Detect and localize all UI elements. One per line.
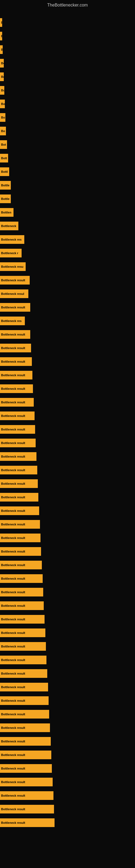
bar: Bottle xyxy=(0,181,11,190)
bar: Bottleneck result xyxy=(0,764,52,773)
bar-row: B xyxy=(0,16,135,29)
bar-label: Bot xyxy=(1,143,6,146)
bar: Bo xyxy=(0,127,6,135)
bar-row: Bottleneck result xyxy=(0,409,135,423)
bar: Bottleneck resul xyxy=(0,289,28,298)
bar-row: Bott xyxy=(0,151,135,165)
bar-label: Bottleneck res xyxy=(1,319,21,322)
bar-row: Bottleneck result xyxy=(0,273,135,287)
bar-label: Bottleneck result xyxy=(1,360,25,363)
bar: Bottleneck result xyxy=(0,723,50,732)
bar: Bottleneck result xyxy=(0,710,49,718)
bar-row: Bottleneck result xyxy=(0,463,135,477)
bar-row: Bottleneck result xyxy=(0,721,135,735)
bar-row: Bo xyxy=(0,111,135,124)
bar-row: Bottleneck result xyxy=(0,423,135,436)
bar: Bottleneck result xyxy=(0,737,51,746)
bar-label: Bottleneck result xyxy=(1,767,25,770)
bar: Bottleneck result xyxy=(0,683,48,691)
bar: Bottlen xyxy=(0,208,13,217)
bar-label: Bottleneck result xyxy=(1,373,25,377)
bar: Bottleneck result xyxy=(0,656,46,664)
bar-row: Bottleneck result xyxy=(0,382,135,396)
bar: Bottleneck result xyxy=(0,425,35,434)
bar-label: Bottleneck result xyxy=(1,631,25,634)
bar-label: Bottleneck result xyxy=(1,401,25,404)
bar-row: Bot xyxy=(0,138,135,151)
bar-row: Bo xyxy=(0,70,135,84)
bar-label: Bottleneck result xyxy=(1,726,25,730)
bar-row: Bottleneck result xyxy=(0,490,135,504)
bar-row: Bottleneck result xyxy=(0,450,135,463)
bar-row: Bottleneck result xyxy=(0,816,135,830)
bar: Bottleneck resu xyxy=(0,262,26,271)
bar: Bottleneck result xyxy=(0,452,37,461)
bar-label: Bottleneck result xyxy=(1,699,25,702)
bar-row: Bo xyxy=(0,124,135,138)
bar: Bottleneck result xyxy=(0,547,41,556)
bar-label: Bottleneck result xyxy=(1,821,25,824)
bar-row: Bottleneck result xyxy=(0,396,135,409)
bar: Bottleneck result xyxy=(0,601,44,610)
bar-row: Bottleneck result xyxy=(0,531,135,545)
bar: Bottleneck result xyxy=(0,479,38,488)
bar-row: Bottleneck result xyxy=(0,775,135,789)
bar: Bottleneck result xyxy=(0,520,40,529)
bar: Bottleneck result xyxy=(0,533,41,542)
bar-label: Bott xyxy=(1,156,7,160)
bar-row: Bottleneck res xyxy=(0,233,135,246)
bar-row: Bottleneck result xyxy=(0,653,135,667)
bar: Bottleneck result xyxy=(0,357,32,366)
bar: Bottleneck result xyxy=(0,330,30,339)
bar-label: Bottlen xyxy=(1,211,11,214)
bar-row: Bottle xyxy=(0,179,135,192)
bar: Bottleneck result xyxy=(0,561,42,569)
bar: Bo xyxy=(0,86,4,95)
bar: Bo xyxy=(0,113,5,122)
bar-label: Bottleneck result xyxy=(1,387,25,390)
bar-label: Bo xyxy=(1,129,5,133)
bars-container: BBBBoBoBoBoBoBoBotBottBottlBottleBottleB… xyxy=(0,13,135,832)
bar-label: B xyxy=(1,21,2,24)
bar-label: Bottleneck result xyxy=(1,306,25,309)
bar-label: Bottleneck result xyxy=(1,523,25,526)
bar-row: Bottleneck result xyxy=(0,789,135,802)
bar-row: Bottleneck result xyxy=(0,328,135,341)
bar-label: Bottleneck result xyxy=(1,685,25,689)
bar: Bottleneck result xyxy=(0,615,45,624)
bar-row: Bottleneck result xyxy=(0,368,135,382)
bar-label: Bottleneck result xyxy=(1,604,25,607)
bar-label: Bottleneck result xyxy=(1,536,25,539)
bar: Bottleneck r xyxy=(0,249,21,257)
bar-row: Bottleneck result xyxy=(0,613,135,626)
bar-label: Bottleneck resul xyxy=(1,292,24,296)
bar-row: Bottleneck result xyxy=(0,748,135,762)
bar: Bottleneck result xyxy=(0,466,37,474)
bar-row: Bottleneck result xyxy=(0,436,135,450)
bar-row: Bottleneck result xyxy=(0,762,135,775)
bar-label: Bo xyxy=(1,102,5,105)
bar-row: Bottleneck result xyxy=(0,572,135,585)
bar: Bot xyxy=(0,140,7,149)
bar-row: Bottleneck result xyxy=(0,667,135,680)
bar-row: Bottleneck result xyxy=(0,640,135,653)
bar: Bottleneck res xyxy=(0,316,25,325)
bar-label: Bo xyxy=(1,62,4,65)
bar-row: Bottleneck result xyxy=(0,504,135,518)
bar-row: Bottl xyxy=(0,165,135,179)
bar-row: Bo xyxy=(0,56,135,70)
bar-label: Bottleneck resu xyxy=(1,265,24,268)
bar: Bo xyxy=(0,72,4,81)
bar-label: Bottleneck result xyxy=(1,740,25,743)
bar-row: Bottleneck result xyxy=(0,626,135,640)
bar: Bottleneck result xyxy=(0,628,45,637)
bar: Bottleneck result xyxy=(0,303,30,312)
bar: Bottle xyxy=(0,194,11,203)
bar-row: Bottleneck result xyxy=(0,558,135,572)
bar-row: Bottleneck result xyxy=(0,694,135,707)
bar: Bo xyxy=(0,99,5,108)
bar-label: Bottleneck result xyxy=(1,333,25,336)
bar-label: Bottle xyxy=(1,184,9,187)
bar-label: Bottleneck result xyxy=(1,794,25,797)
bar-label: Bottleneck result xyxy=(1,590,25,594)
